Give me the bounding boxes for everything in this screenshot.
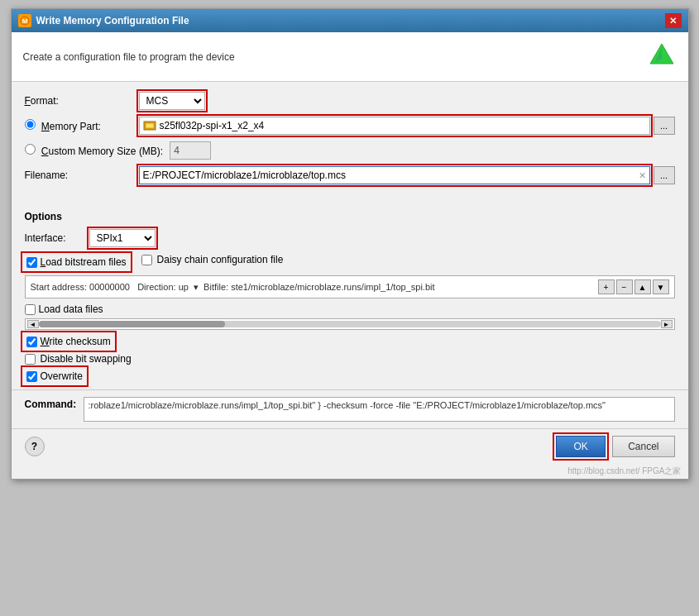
svg-rect-6 bbox=[146, 124, 153, 127]
custom-memory-control: 4 bbox=[170, 141, 674, 160]
button-row: ? OK Cancel bbox=[12, 428, 688, 464]
disable-bit-swap-label: Disable bit swapping bbox=[41, 353, 132, 365]
filename-control: E:/PROJECT/microblaze1/microblaze/top.mc… bbox=[139, 166, 675, 184]
header-description: Create a configuration file to program t… bbox=[23, 51, 235, 63]
filename-row: Filename: E:/PROJECT/microblaze1/microbl… bbox=[25, 166, 675, 184]
scroll-left-arrow[interactable]: ◄ bbox=[27, 320, 39, 328]
memory-part-control: s25fl032p-spi-x1_x2_x4 ... bbox=[139, 117, 675, 135]
help-button[interactable]: ? bbox=[25, 437, 45, 456]
command-section: Command: :roblaze1/microblaze/microblaze… bbox=[12, 389, 688, 428]
filename-clear-icon[interactable]: ✕ bbox=[639, 170, 646, 181]
watermark: http://blog.csdn.net/ FPGA之家 bbox=[12, 464, 688, 479]
format-row: Format: MCS BIN HEX bbox=[25, 92, 675, 110]
filename-value: E:/PROJECT/microblaze1/microblaze/top.mc… bbox=[143, 170, 635, 181]
interface-select[interactable]: SPIx1 SPIx2 SPIx4 bbox=[89, 229, 156, 247]
bitfile-down-button[interactable]: ▼ bbox=[653, 279, 669, 294]
window-title: Write Memory Configuration File bbox=[36, 15, 189, 26]
overwrite-wrapper: Overwrite bbox=[25, 370, 84, 383]
title-bar: M Write Memory Configuration File ✕ bbox=[12, 9, 688, 32]
bitfile-buttons: + − ▲ ▼ bbox=[598, 279, 669, 294]
header-logo-icon bbox=[647, 41, 677, 73]
write-checksum-checkbox[interactable] bbox=[26, 337, 37, 347]
overwrite-label: Overwrite bbox=[41, 370, 83, 382]
cancel-button[interactable]: Cancel bbox=[612, 436, 674, 457]
daisy-chain-checkbox[interactable] bbox=[141, 255, 152, 265]
memory-part-value: s25fl032p-spi-x1_x2_x4 bbox=[160, 120, 265, 131]
bitfile-row: Start address: 00000000 Direction: up ▾ … bbox=[25, 275, 675, 298]
load-bitstream-checkbox[interactable] bbox=[26, 257, 37, 268]
svg-text:M: M bbox=[22, 17, 27, 25]
dialog-header: Create a configuration file to program t… bbox=[12, 32, 688, 82]
bitfile-remove-button[interactable]: − bbox=[616, 279, 633, 294]
bitfile-up-button[interactable]: ▲ bbox=[634, 279, 651, 294]
title-bar-left: M Write Memory Configuration File bbox=[18, 14, 189, 27]
command-value: :roblaze1/microblaze/microblaze.runs/imp… bbox=[84, 397, 675, 422]
disable-bit-swap-checkbox[interactable] bbox=[25, 354, 36, 365]
bitfile-text: Start address: 00000000 Direction: up ▾ … bbox=[31, 282, 595, 293]
bitfile-add-button[interactable]: + bbox=[598, 279, 615, 294]
custom-memory-input[interactable]: 4 bbox=[170, 141, 211, 160]
daisy-chain-label: Daisy chain configuration file bbox=[157, 254, 284, 265]
scroll-right-arrow[interactable]: ► bbox=[661, 320, 673, 328]
ok-button[interactable]: OK bbox=[556, 436, 606, 457]
filename-field: E:/PROJECT/microblaze1/microblaze/top.mc… bbox=[139, 166, 650, 184]
daisy-chain-row: Daisy chain configuration file bbox=[141, 254, 284, 265]
options-title: Options bbox=[25, 211, 675, 222]
close-button[interactable]: ✕ bbox=[665, 13, 682, 28]
interface-label: Interface: bbox=[25, 232, 83, 244]
custom-memory-row: Custom Memory Size (MB): 4 bbox=[25, 141, 675, 160]
filename-browse-button[interactable]: ... bbox=[654, 166, 675, 184]
memory-part-label: Memory Part: bbox=[25, 119, 132, 132]
load-bitstream-group: Load bitstream files Daisy chain configu… bbox=[25, 254, 675, 270]
load-bitstream-checkbox-wrapper: Load bitstream files bbox=[25, 255, 128, 269]
format-label: Format: bbox=[25, 95, 132, 107]
scrollbar-thumb bbox=[39, 321, 226, 327]
interface-row: Interface: SPIx1 SPIx2 SPIx4 bbox=[25, 229, 675, 247]
custom-memory-radio[interactable] bbox=[25, 144, 36, 155]
horizontal-scrollbar[interactable]: ◄ ► bbox=[25, 318, 675, 330]
main-window: M Write Memory Configuration File ✕ Crea… bbox=[11, 8, 689, 480]
overwrite-checkbox[interactable] bbox=[26, 371, 37, 382]
form-section: Format: MCS BIN HEX Memory Part: bbox=[12, 82, 688, 201]
write-checksum-label: Write checksum bbox=[41, 336, 111, 347]
filename-label: Filename: bbox=[25, 170, 132, 181]
load-data-checkbox[interactable] bbox=[25, 304, 36, 315]
memory-part-browse-button[interactable]: ... bbox=[654, 117, 675, 135]
window-icon: M bbox=[18, 14, 31, 27]
load-data-row: Load data files bbox=[25, 303, 675, 315]
memory-part-field: s25fl032p-spi-x1_x2_x4 bbox=[139, 117, 650, 135]
command-row: Command: :roblaze1/microblaze/microblaze… bbox=[25, 397, 675, 422]
memory-part-row: Memory Part: s25fl032p-spi-x1_x2_x4 ... bbox=[25, 117, 675, 135]
write-checksum-wrapper: Write checksum bbox=[25, 335, 113, 348]
load-data-label: Load data files bbox=[39, 303, 103, 315]
load-bitstream-label: Load bitstream files bbox=[41, 256, 127, 268]
options-section: Options Interface: SPIx1 SPIx2 SPIx4 Loa… bbox=[12, 201, 688, 389]
disable-bit-swap-row: Disable bit swapping bbox=[25, 353, 675, 365]
format-select[interactable]: MCS BIN HEX bbox=[139, 92, 205, 110]
custom-memory-label: Custom Memory Size (MB): bbox=[25, 144, 164, 157]
command-label: Command: bbox=[25, 397, 79, 410]
memory-part-radio[interactable] bbox=[25, 119, 36, 130]
scrollbar-track[interactable] bbox=[39, 321, 661, 327]
format-control: MCS BIN HEX bbox=[139, 92, 675, 110]
